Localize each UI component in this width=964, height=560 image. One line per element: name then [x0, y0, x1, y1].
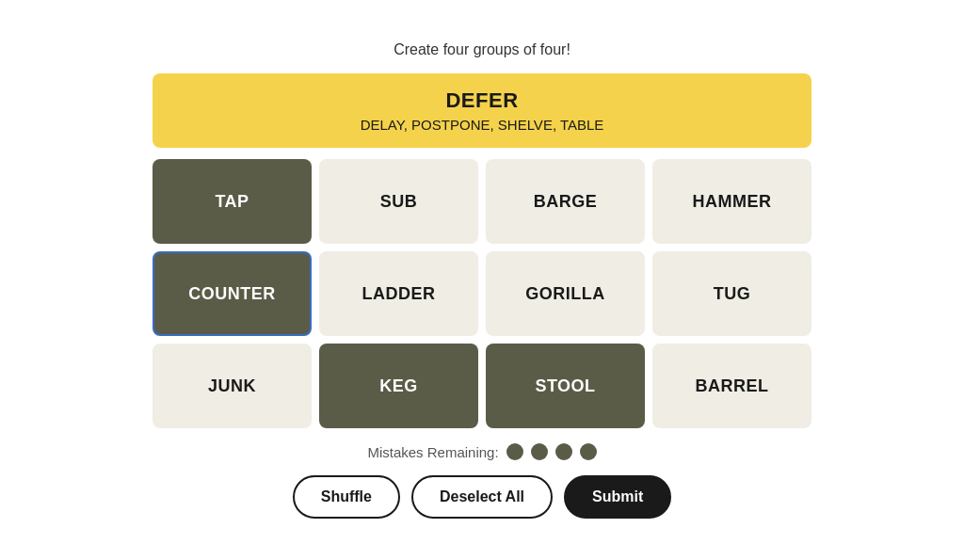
tile-barge[interactable]: BARGE — [486, 159, 645, 244]
mistake-dot-3 — [555, 443, 572, 460]
tile-tap[interactable]: TAP — [153, 159, 312, 244]
mistakes-row: Mistakes Remaining: — [367, 443, 596, 460]
mistake-dot-1 — [506, 443, 523, 460]
banner-title: DEFER — [175, 88, 789, 113]
tile-keg[interactable]: KEG — [319, 344, 478, 428]
tile-ladder[interactable]: LADDER — [319, 251, 478, 336]
mistake-dot-2 — [531, 443, 548, 460]
mistake-dot-4 — [580, 443, 597, 460]
tile-gorilla[interactable]: GORILLA — [486, 251, 645, 336]
mistakes-label: Mistakes Remaining: — [367, 444, 498, 460]
tile-junk[interactable]: JUNK — [153, 344, 312, 428]
solved-banner: DEFER DELAY, POSTPONE, SHELVE, TABLE — [153, 73, 811, 148]
banner-words: DELAY, POSTPONE, SHELVE, TABLE — [175, 117, 789, 133]
instruction-text: Create four groups of four! — [394, 41, 570, 58]
tile-sub[interactable]: SUB — [319, 159, 478, 244]
tile-grid: TAPSUBBARGEHAMMERCOUNTERLADDERGORILLATUG… — [153, 159, 811, 428]
tile-hammer[interactable]: HAMMER — [652, 159, 811, 244]
shuffle-button[interactable]: Shuffle — [293, 475, 400, 519]
buttons-row: Shuffle Deselect All Submit — [293, 475, 672, 519]
deselect-button[interactable]: Deselect All — [411, 475, 553, 519]
tile-stool[interactable]: STOOL — [486, 344, 645, 428]
tile-counter[interactable]: COUNTER — [153, 251, 312, 336]
submit-button[interactable]: Submit — [564, 475, 671, 519]
tile-barrel[interactable]: BARREL — [652, 344, 811, 428]
tile-tug[interactable]: TUG — [652, 251, 811, 336]
game-container: Create four groups of four! DEFER DELAY,… — [153, 41, 811, 519]
